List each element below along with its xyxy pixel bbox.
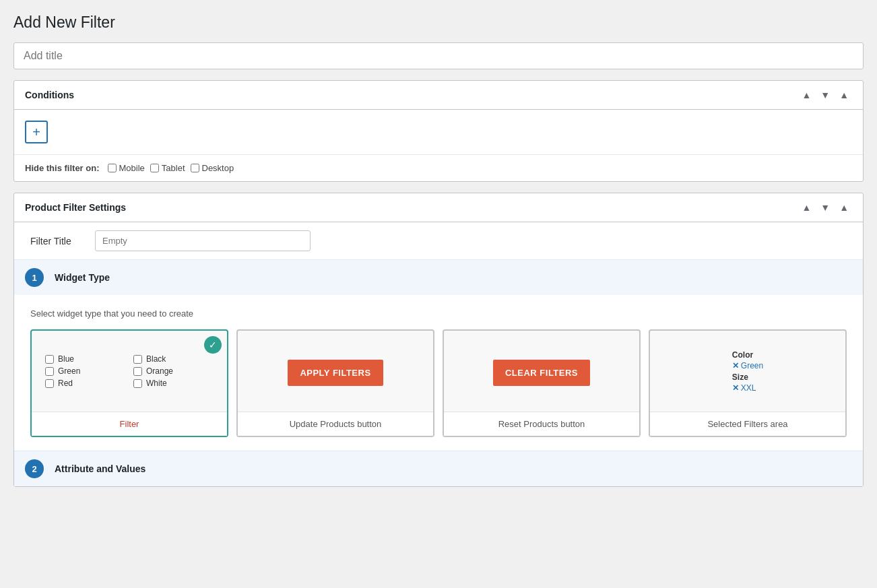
- widget-option-filter[interactable]: ✓ Blue Black Green: [30, 329, 228, 437]
- check-blue: [45, 355, 54, 364]
- filter-check-blue: Blue: [45, 354, 125, 364]
- attribute-section-title: Attribute and Values: [55, 463, 145, 474]
- sf-size-tag: ✕ XXL: [732, 383, 763, 393]
- update-products-label: Update Products button: [238, 412, 433, 436]
- conditions-panel: Conditions ▲ ▼ ▲ + Hide this filter on: …: [13, 80, 864, 182]
- hide-filter-label: Hide this filter on:: [25, 163, 100, 173]
- conditions-panel-title: Conditions: [25, 90, 74, 100]
- apply-btn: APPLY FILTERS: [288, 360, 383, 386]
- selected-badge: ✓: [204, 336, 222, 354]
- widget-description: Select widget type that you need to crea…: [30, 308, 847, 319]
- attribute-section-header: 2 Attribute and Values: [14, 451, 863, 486]
- filter-checkboxes-preview: Blue Black Green Orange: [45, 354, 214, 391]
- conditions-panel-header: Conditions ▲ ▼ ▲: [14, 81, 863, 110]
- attribute-section-number: 2: [25, 459, 44, 478]
- add-condition-btn[interactable]: +: [25, 121, 48, 143]
- product-filter-collapse-btn[interactable]: ▲: [836, 201, 852, 214]
- hide-mobile-label[interactable]: Mobile: [108, 163, 145, 173]
- page-title: Add New Filter: [13, 13, 864, 32]
- selected-filters-preview: Color ✕ Green Size ✕ XXL: [650, 331, 845, 412]
- widget-option-update-products[interactable]: APPLY FILTERS Update Products button: [236, 329, 434, 437]
- conditions-panel-body: +: [14, 110, 863, 154]
- filter-check-white: White: [133, 379, 214, 388]
- widget-type-body: Select widget type that you need to crea…: [14, 295, 863, 451]
- selected-filters-label: Selected Filters area: [650, 412, 845, 436]
- clear-btn: CLEAR FILTERS: [493, 360, 590, 386]
- filter-title-row: Filter Title: [14, 222, 863, 259]
- hide-tablet-label[interactable]: Tablet: [150, 163, 185, 173]
- sf-color-x: ✕: [732, 361, 739, 370]
- sf-color-category: Color: [732, 350, 763, 360]
- hide-mobile-checkbox[interactable]: [108, 164, 117, 172]
- sf-color-tag: ✕ Green: [732, 361, 763, 370]
- hide-desktop-checkbox[interactable]: [191, 164, 199, 172]
- check-orange: [133, 367, 142, 376]
- widget-options: ✓ Blue Black Green: [30, 329, 847, 437]
- product-filter-panel: Product Filter Settings ▲ ▼ ▲ Filter Tit…: [13, 193, 864, 487]
- hide-tablet-checkbox[interactable]: [150, 164, 159, 172]
- selected-filters-content: Color ✕ Green Size ✕ XXL: [732, 350, 763, 395]
- product-filter-panel-title: Product Filter Settings: [25, 202, 126, 213]
- widget-section-number: 1: [25, 268, 44, 287]
- conditions-up-btn[interactable]: ▲: [798, 89, 814, 101]
- filter-preview: Blue Black Green Orange: [32, 331, 227, 412]
- widget-section-title: Widget Type: [55, 272, 110, 283]
- check-red: [45, 379, 54, 388]
- conditions-panel-controls: ▲ ▼ ▲: [798, 89, 852, 101]
- conditions-down-btn[interactable]: ▼: [817, 89, 833, 101]
- filter-title-label: Filter Title: [30, 236, 84, 247]
- add-title-input[interactable]: [13, 42, 864, 69]
- check-white: [133, 379, 142, 388]
- widget-type-section-header: 1 Widget Type: [14, 259, 863, 295]
- hide-desktop-label[interactable]: Desktop: [191, 163, 234, 173]
- product-filter-up-btn[interactable]: ▲: [798, 201, 814, 214]
- widget-option-selected-filters[interactable]: Color ✕ Green Size ✕ XXL Selected Filter…: [649, 329, 847, 437]
- sf-size-tag-text: XXL: [741, 383, 756, 393]
- hide-filter-row: Hide this filter on: Mobile Tablet Deskt…: [14, 154, 863, 181]
- sf-size-category: Size: [732, 372, 763, 382]
- filter-check-black: Black: [133, 354, 214, 364]
- filter-check-green: Green: [45, 366, 125, 376]
- conditions-collapse-btn[interactable]: ▲: [836, 89, 852, 101]
- filter-cols: Blue Black Green Orange: [45, 354, 214, 391]
- filter-option-label: Filter: [32, 412, 227, 436]
- widget-option-reset-products[interactable]: CLEAR FILTERS Reset Products button: [443, 329, 641, 437]
- product-filter-panel-controls: ▲ ▼ ▲: [798, 201, 852, 214]
- clear-button-preview: CLEAR FILTERS: [444, 331, 639, 412]
- filter-title-input[interactable]: [95, 230, 311, 251]
- sf-color-tag-text: Green: [741, 361, 763, 370]
- filter-check-orange: Orange: [133, 366, 214, 376]
- product-filter-panel-header: Product Filter Settings ▲ ▼ ▲: [14, 193, 863, 222]
- product-filter-down-btn[interactable]: ▼: [817, 201, 833, 214]
- reset-products-label: Reset Products button: [444, 412, 639, 436]
- filter-check-red: Red: [45, 379, 125, 388]
- sf-size-x: ✕: [732, 383, 739, 393]
- check-black: [133, 355, 142, 364]
- check-green: [45, 367, 54, 376]
- apply-button-preview: APPLY FILTERS: [238, 331, 433, 412]
